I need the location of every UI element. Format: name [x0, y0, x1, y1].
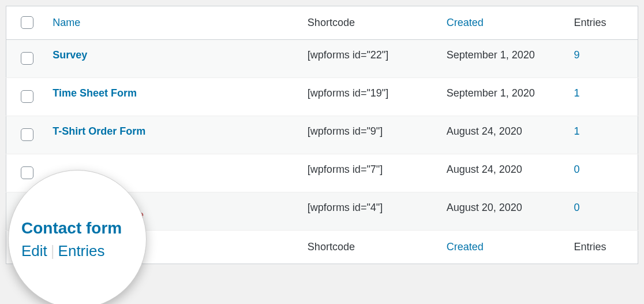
shortcode-cell: [wpforms id="22"] — [302, 40, 441, 78]
created-cell: September 1, 2020 — [441, 40, 568, 78]
row-checkbox[interactable] — [21, 166, 33, 179]
table-row: Survey[wpforms id="22"]September 1, 2020… — [6, 40, 638, 78]
footer-shortcode: Shortcode — [302, 231, 441, 264]
created-cell: September 1, 2020 — [441, 78, 568, 116]
table-row: Time Sheet Form[wpforms id="19"]Septembe… — [6, 78, 638, 116]
shortcode-cell: [wpforms id="19"] — [302, 78, 441, 116]
entries-count-link[interactable]: 1 — [574, 87, 580, 99]
magnifier-overlay: Contact form Edit|Entries — [8, 170, 147, 304]
created-cell: August 20, 2020 — [441, 192, 568, 231]
select-all-checkbox[interactable] — [21, 16, 33, 29]
footer-entries: Entries — [568, 231, 638, 264]
header-name[interactable]: Name — [53, 17, 80, 28]
entries-count-link[interactable]: 0 — [574, 164, 580, 175]
header-select-all[interactable] — [6, 6, 47, 40]
shortcode-cell: [wpforms id="9"] — [302, 116, 441, 154]
table-row: T-Shirt Order Form[wpforms id="9"]August… — [6, 116, 638, 154]
magnified-row-actions: Edit|Entries — [21, 242, 146, 260]
magnified-entries-action[interactable]: Entries — [58, 242, 105, 259]
footer-created[interactable]: Created — [447, 241, 484, 253]
created-cell: August 24, 2020 — [441, 154, 568, 192]
magnified-form-title: Contact form — [21, 219, 146, 238]
form-title-link[interactable]: Time Sheet Form — [53, 87, 137, 99]
header-created[interactable]: Created — [447, 17, 484, 28]
shortcode-cell: [wpforms id="7"] — [302, 154, 441, 192]
entries-count-link[interactable]: 0 — [574, 202, 580, 213]
row-checkbox[interactable] — [21, 128, 33, 141]
header-shortcode: Shortcode — [302, 6, 441, 40]
created-cell: August 24, 2020 — [441, 116, 568, 154]
row-checkbox[interactable] — [21, 52, 33, 65]
form-title-link[interactable]: Survey — [53, 49, 87, 61]
shortcode-cell: [wpforms id="4"] — [302, 192, 441, 231]
header-entries: Entries — [568, 6, 638, 40]
entries-count-link[interactable]: 1 — [574, 125, 580, 137]
row-checkbox[interactable] — [21, 90, 33, 103]
form-title-link[interactable]: T-Shirt Order Form — [53, 125, 145, 137]
magnified-edit-action[interactable]: Edit — [21, 242, 47, 259]
entries-count-link[interactable]: 9 — [574, 49, 580, 61]
